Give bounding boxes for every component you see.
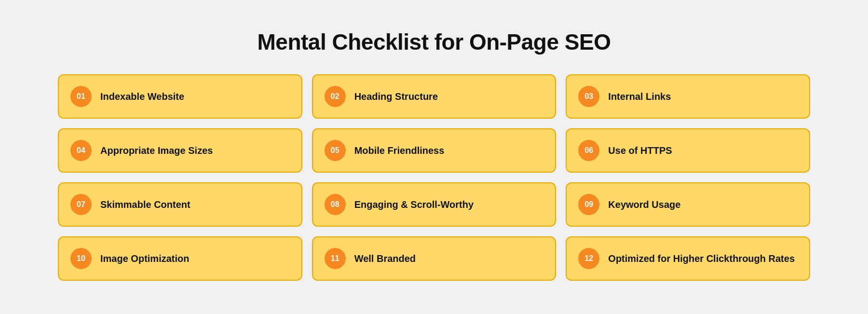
item-number-badge: 03 [578,86,599,107]
checklist-item: 03Internal Links [566,74,810,119]
item-label: Optimized for Higher Clickthrough Rates [608,252,795,265]
item-label: Mobile Friendliness [354,144,445,157]
checklist-item: 10Image Optimization [58,236,302,281]
item-number-badge: 07 [70,194,92,215]
item-number-badge: 06 [578,140,599,161]
item-number-badge: 04 [70,140,92,161]
checklist-item: 02Heading Structure [312,74,556,119]
page-title: Mental Checklist for On-Page SEO [58,29,810,55]
item-number-badge: 09 [578,194,599,215]
checklist-item: 12Optimized for Higher Clickthrough Rate… [566,236,810,281]
item-label: Appropriate Image Sizes [100,144,213,157]
item-label: Keyword Usage [608,198,680,211]
item-number-badge: 05 [325,140,346,161]
checklist-item: 06Use of HTTPS [566,128,810,173]
item-label: Internal Links [608,90,671,103]
item-number-badge: 01 [70,86,92,107]
checklist-item: 07Skimmable Content [58,182,302,227]
checklist-item: 08Engaging & Scroll-Worthy [312,182,556,227]
item-number-badge: 08 [325,194,346,215]
checklist-item: 04Appropriate Image Sizes [58,128,302,173]
checklist-item: 01Indexable Website [58,74,302,119]
item-number-badge: 12 [578,248,599,269]
item-number-badge: 10 [70,248,92,269]
item-label: Engaging & Scroll-Worthy [354,198,474,211]
checklist-item: 05Mobile Friendliness [312,128,556,173]
item-number-badge: 02 [325,86,346,107]
checklist-grid: 01Indexable Website02Heading Structure03… [58,74,810,281]
item-label: Well Branded [354,252,416,265]
item-label: Heading Structure [354,90,438,103]
item-label: Use of HTTPS [608,144,672,157]
checklist-item: 11Well Branded [312,236,556,281]
item-label: Skimmable Content [100,198,190,211]
item-label: Indexable Website [100,90,184,103]
checklist-item: 09Keyword Usage [566,182,810,227]
main-container: Mental Checklist for On-Page SEO 01Index… [0,10,868,305]
item-label: Image Optimization [100,252,189,265]
item-number-badge: 11 [325,248,346,269]
